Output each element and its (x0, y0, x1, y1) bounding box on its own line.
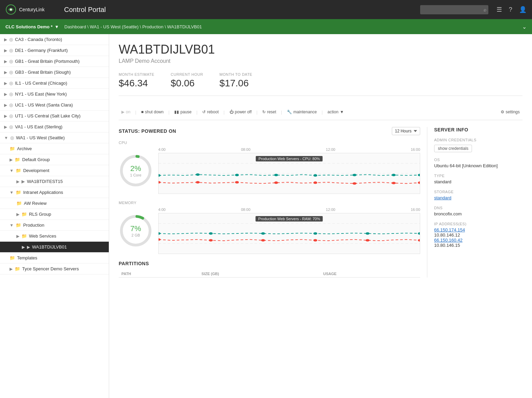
month-estimate-label: MONTH ESTIMATE (119, 72, 154, 76)
help-icon-button[interactable]: ? (509, 6, 512, 13)
memory-gauge: 7% 2 GB (119, 214, 153, 248)
sidebar-item-il1[interactable]: ▶ ◎ IL1 - US Central (Chicago) (0, 78, 109, 89)
expand-icon: ▼ (10, 223, 14, 228)
memory-chart-block: MEMORY 7% 2 GB (119, 201, 420, 254)
status-header: STATUS: POWERED ON 12 Hours 1 Hour 2 Hou… (119, 127, 420, 135)
month-to-date-label: MONTH TO DATE (220, 72, 252, 76)
reboot-icon: ↺ (202, 110, 206, 114)
sidebar-item-va1[interactable]: ▶ ◎ VA1 - US East (Sterling) (0, 122, 109, 132)
show-credentials-button[interactable]: show credentials (434, 145, 472, 152)
sidebar-item-ut1[interactable]: ▶ ◎ UT1 - US Central (Salt Lake City) (0, 111, 109, 122)
sidebar-label-rls-group: RLS Group (29, 212, 51, 217)
sidebar-item-uc1[interactable]: ▶ ◎ UC1 - US West (Santa Clara) (0, 100, 109, 111)
folder-icon: 📁 (21, 212, 27, 217)
sidebar-item-development[interactable]: ▼ 📁 Development (0, 165, 109, 176)
sidebar-label-ut1: UT1 - US Central (Salt Lake City) (15, 113, 80, 118)
memory-chart-title: MEMORY (119, 201, 420, 205)
expand-icon: ▶ (10, 157, 13, 162)
sidebar-label-wa1: WA1 - US West (Seattle) (16, 135, 65, 140)
svg-point-18 (274, 182, 278, 184)
settings-button[interactable]: ⚙ settings (498, 108, 522, 116)
sidebar-item-web-services[interactable]: ▶ 📁 Web Services (0, 231, 109, 242)
col-path: PATH (119, 270, 199, 278)
svg-point-37 (313, 239, 317, 242)
svg-point-34 (159, 238, 161, 241)
expand-icon: ▶ (22, 245, 25, 250)
account-selector[interactable]: CLC Solutions Demo * ▼ (5, 24, 59, 29)
sidebar-item-rls-group[interactable]: ▶ 📁 RLS Group (0, 209, 109, 220)
stop-icon: ■ (141, 110, 144, 114)
sidebar-item-ca3[interactable]: ▶ ◎ CA3 - Canada (Toronto) (0, 34, 109, 45)
time-range-select[interactable]: 12 Hours 1 Hour 2 Hours 4 Hours 8 Hours … (392, 127, 420, 135)
folder-icon: 📁 (16, 168, 21, 173)
sidebar-label-aw-review: AW Review (24, 201, 47, 206)
sidebar-item-de1[interactable]: ▶ ◎ DE1 - Germany (Frankfurt) (0, 45, 109, 56)
svg-point-30 (261, 232, 265, 234)
memory-chart-area: Production Web Servers - RAM: 70% (158, 213, 420, 254)
dns-section: DNS broncofix.com (434, 206, 522, 216)
sidebar-label-web-services: Web Services (29, 233, 56, 239)
cpu-chart-container: 2% 1 Core 4:00 08:00 12:00 16:00 (119, 147, 420, 194)
sidebar-item-gb1[interactable]: ▶ ◎ GB1 - Great Britain (Portsmouth) (0, 56, 109, 67)
sidebar-label-default-group: Default Group (22, 157, 50, 162)
main-layout: ▶ ◎ CA3 - Canada (Toronto) ▶ ◎ DE1 - Ger… (0, 34, 532, 398)
folder-icon: 📁 (16, 201, 22, 206)
shut-down-button[interactable]: ■ shut down (138, 108, 166, 116)
reset-button[interactable]: ↻ reset (260, 108, 279, 116)
sidebar-item-production[interactable]: ▼ 📁 Production (0, 220, 109, 231)
datacenter-icon: ◎ (10, 135, 14, 140)
memory-chart-tooltip: Production Web Servers - RAM: 70% (255, 216, 323, 222)
sidebar-item-intranet-apps[interactable]: ▼ 📁 Intranet Applications (0, 187, 109, 198)
centurylink-logo-icon (5, 4, 16, 15)
sidebar-item-gb3[interactable]: ▶ ◎ GB3 - Great Britain (Slough) (0, 67, 109, 78)
pause-button[interactable]: ▮▮ pause (172, 108, 194, 116)
svg-point-12 (353, 174, 356, 176)
ip-2: 10.80.146.12 (434, 232, 522, 238)
sidebar-item-wa1btdijlvb01[interactable]: ▶ ▶ WA1BTDIJLVB01 (0, 242, 109, 253)
sidebar-item-default-group[interactable]: ▶ 📁 Default Group (0, 154, 109, 165)
month-estimate: MONTH ESTIMATE $46.34 (119, 72, 154, 89)
svg-point-19 (313, 182, 317, 184)
status-section: STATUS: POWERED ON 12 Hours 1 Hour 2 Hou… (119, 127, 522, 278)
ip-3[interactable]: 66.150.160.42 (434, 238, 522, 243)
sidebar-item-ny1[interactable]: ▶ ◎ NY1 - US East (New York) (0, 89, 109, 100)
folder-icon: 📁 (15, 266, 20, 271)
power-off-button[interactable]: ⏻ power off (227, 108, 254, 116)
partitions-section: PARTITIONS PATH SIZE (GB) USAGE (119, 261, 420, 278)
svg-point-14 (418, 174, 420, 176)
server-info-panel: SERVER INFO ADMIN CREDENTIALS show crede… (427, 127, 522, 278)
ip-4: 10.80.146.15 (434, 243, 522, 248)
expand-icon: ▶ (16, 212, 19, 217)
menu-icon-button[interactable]: ☰ (497, 6, 502, 13)
os-label: OS (434, 158, 522, 162)
storage-value[interactable]: standard (434, 195, 522, 200)
current-hour-label: CURRENT HOUR (171, 72, 203, 76)
type-section: TYPE standard (434, 174, 522, 184)
svg-point-16 (196, 181, 200, 183)
sidebar-item-templates[interactable]: 📁 Templates (0, 253, 109, 264)
on-button[interactable]: ▶ on (119, 108, 133, 116)
ip-1[interactable]: 66.150.174.154 (434, 227, 522, 232)
svg-point-15 (159, 181, 161, 183)
sidebar-item-tyce-spencer[interactable]: ▶ 📁 Tyce Spencer Demo Servers (0, 264, 109, 274)
sidebar-item-wa1btditest15[interactable]: ▶ ▶ WA1BTDITEST15 (0, 176, 109, 187)
search-input[interactable] (420, 5, 488, 14)
sidebar-item-aw-review[interactable]: 📁 AW Review (0, 198, 109, 209)
datacenter-icon: ◎ (9, 102, 13, 108)
col-usage: USAGE (321, 270, 420, 278)
memory-gauge-text: 7% 2 GB (130, 224, 141, 237)
expand-icon: ▶ (16, 234, 19, 239)
search-button[interactable]: ⌕ (484, 7, 486, 12)
reboot-button[interactable]: ↺ reboot (200, 108, 221, 116)
sidebar-label-ca3: CA3 - Canada (Toronto) (15, 37, 62, 42)
sidebar-item-wa1[interactable]: ▼ ◎ WA1 - US West (Seattle) (0, 132, 109, 143)
dns-label: DNS (434, 206, 522, 210)
settings-icon: ⚙ (501, 110, 504, 114)
action-dropdown-button[interactable]: action ▼ (325, 108, 346, 116)
user-icon-button[interactable]: 👤 (519, 6, 527, 13)
os-section: OS Ubuntu 64-bit [Unknown Edition] (434, 158, 522, 168)
svg-point-13 (392, 174, 396, 176)
sidebar-item-archive[interactable]: 📁 Archive (0, 143, 109, 154)
maintenance-button[interactable]: 🔧 maintenance (284, 108, 320, 116)
top-nav: CenturyLink Control Portal ⌕ ☰ ? 👤 (0, 0, 532, 19)
